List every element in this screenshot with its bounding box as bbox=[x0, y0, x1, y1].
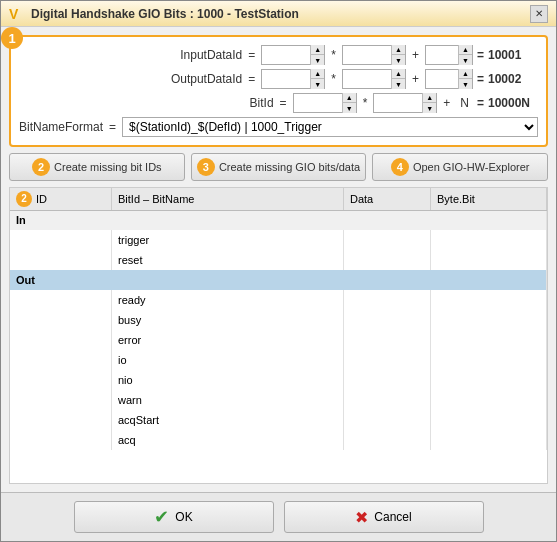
outputdataid-mult-up[interactable]: ▲ bbox=[391, 69, 405, 79]
cell-data bbox=[344, 370, 431, 390]
table-row[interactable]: busy bbox=[10, 310, 547, 330]
cancel-button[interactable]: ✖ Cancel bbox=[284, 501, 484, 533]
table-row[interactable]: ready bbox=[10, 290, 547, 310]
cell-id bbox=[10, 330, 112, 350]
cell-data bbox=[344, 330, 431, 350]
outputdataid-mult-spinbox[interactable]: 10 ▲ ▼ bbox=[342, 69, 406, 89]
cell-id bbox=[10, 230, 112, 250]
inputdataid-mult-spinbox[interactable]: 10 ▲ ▼ bbox=[342, 45, 406, 65]
plus-op-1: + bbox=[410, 48, 421, 62]
title-bar-left: V Digital Handshake GIO Bits : 1000 - Te… bbox=[9, 6, 299, 22]
inputdataid-down[interactable]: ▼ bbox=[310, 55, 324, 65]
cell-id bbox=[10, 390, 112, 410]
table-row[interactable]: acq bbox=[10, 430, 547, 450]
table-row[interactable]: reset bbox=[10, 250, 547, 270]
col-header-id: 2 ID bbox=[10, 188, 112, 210]
bitid-mult-down[interactable]: ▼ bbox=[422, 103, 436, 113]
outputdataid-mult-down[interactable]: ▼ bbox=[391, 79, 405, 89]
config-box: 1 InputDataId = 1000 ▲ ▼ * 10 ▲ ▼ bbox=[9, 35, 548, 147]
outputdataid-mult-input[interactable]: 10 bbox=[343, 70, 391, 88]
inputdataid-label: InputDataId bbox=[180, 48, 242, 62]
cell-id bbox=[10, 350, 112, 370]
data-table: 2 ID BitId – BitName Data Byte.Bit Intri… bbox=[10, 188, 547, 450]
mult-op-3: * bbox=[361, 96, 370, 110]
inputdataid-add-spinbox[interactable]: 1 ▲ ▼ bbox=[425, 45, 473, 65]
plus-op-2: + bbox=[410, 72, 421, 86]
cell-bytebit bbox=[431, 230, 547, 250]
bitid-spinbox[interactable]: 1000 ▲ ▼ bbox=[293, 93, 357, 113]
app-icon: V bbox=[9, 6, 25, 22]
col-header-bytebit: Byte.Bit bbox=[431, 188, 547, 210]
cell-data bbox=[344, 250, 431, 270]
cell-bytebit bbox=[431, 330, 547, 350]
eq-3: = bbox=[477, 96, 484, 110]
id-col-circle: 2 bbox=[16, 191, 32, 207]
create-missing-bit-ids-button[interactable]: 2 Create missing bit IDs bbox=[9, 153, 185, 181]
bitid-row: BitId = 1000 ▲ ▼ * 100 ▲ ▼ + bbox=[19, 93, 538, 113]
cell-id bbox=[10, 310, 112, 330]
create-gio-bits-label: Create missing GIO bits/data bbox=[219, 161, 360, 173]
inputdataid-mult-input[interactable]: 10 bbox=[343, 46, 391, 64]
table-row[interactable]: error bbox=[10, 330, 547, 350]
inputdataid-spinbox[interactable]: 1000 ▲ ▼ bbox=[261, 45, 325, 65]
config-circle-num: 1 bbox=[1, 27, 23, 49]
bitid-down[interactable]: ▼ bbox=[342, 103, 356, 113]
bitid-input[interactable]: 1000 bbox=[294, 94, 342, 112]
table-row[interactable]: nio bbox=[10, 370, 547, 390]
create-bit-ids-label: Create missing bit IDs bbox=[54, 161, 162, 173]
mult-op-2: * bbox=[329, 72, 338, 86]
bitid-mult-spinbox[interactable]: 100 ▲ ▼ bbox=[373, 93, 437, 113]
create-missing-gio-bits-button[interactable]: 3 Create missing GIO bits/data bbox=[191, 153, 367, 181]
x-icon: ✖ bbox=[355, 508, 368, 527]
cell-bytebit bbox=[431, 390, 547, 410]
outputdataid-add-input[interactable]: 2 bbox=[426, 70, 458, 88]
btn2-circle: 3 bbox=[197, 158, 215, 176]
open-gio-label: Open GIO-HW-Explorer bbox=[413, 161, 530, 173]
bitid-mult-input[interactable]: 100 bbox=[374, 94, 422, 112]
inputdataid-input[interactable]: 1000 bbox=[262, 46, 310, 64]
table-row[interactable]: Out bbox=[10, 270, 547, 290]
btn1-circle: 2 bbox=[32, 158, 50, 176]
col-header-data: Data bbox=[344, 188, 431, 210]
outputdataid-result: 10002 bbox=[488, 72, 538, 86]
open-gio-hw-explorer-button[interactable]: 4 Open GIO-HW-Explorer bbox=[372, 153, 548, 181]
btn3-circle: 4 bbox=[391, 158, 409, 176]
cell-name: reset bbox=[112, 250, 344, 270]
outputdataid-spinbox[interactable]: 1000 ▲ ▼ bbox=[261, 69, 325, 89]
ok-button[interactable]: ✔ OK bbox=[74, 501, 274, 533]
table-row[interactable]: warn bbox=[10, 390, 547, 410]
inputdataid-add-input[interactable]: 1 bbox=[426, 46, 458, 64]
cell-bytebit bbox=[431, 350, 547, 370]
inputdataid-add-down[interactable]: ▼ bbox=[458, 55, 472, 65]
outputdataid-add-spinbox[interactable]: 2 ▲ ▼ bbox=[425, 69, 473, 89]
inputdataid-up[interactable]: ▲ bbox=[310, 45, 324, 55]
inputdataid-row: InputDataId = 1000 ▲ ▼ * 10 ▲ ▼ bbox=[19, 45, 538, 65]
inputdataid-mult-up[interactable]: ▲ bbox=[391, 45, 405, 55]
table-row[interactable]: io bbox=[10, 350, 547, 370]
cell-data bbox=[344, 350, 431, 370]
outputdataid-input[interactable]: 1000 bbox=[262, 70, 310, 88]
table-row[interactable]: trigger bbox=[10, 230, 547, 250]
bitnameformat-row: BitNameFormat = $(StationId)_$(DefId) | … bbox=[19, 117, 538, 137]
footer: ✔ OK ✖ Cancel bbox=[1, 492, 556, 541]
cell-id bbox=[10, 410, 112, 430]
close-button[interactable]: ✕ bbox=[530, 5, 548, 23]
bitid-up[interactable]: ▲ bbox=[342, 93, 356, 103]
cell-id bbox=[10, 290, 112, 310]
inputdataid-add-up[interactable]: ▲ bbox=[458, 45, 472, 55]
cell-name: busy bbox=[112, 310, 344, 330]
cell-data bbox=[344, 390, 431, 410]
outputdataid-down[interactable]: ▼ bbox=[310, 79, 324, 89]
group-header-cell: In bbox=[10, 210, 547, 230]
outputdataid-up[interactable]: ▲ bbox=[310, 69, 324, 79]
inputdataid-mult-down[interactable]: ▼ bbox=[391, 55, 405, 65]
window-title: Digital Handshake GIO Bits : 1000 - Test… bbox=[31, 7, 299, 21]
bitid-mult-up[interactable]: ▲ bbox=[422, 93, 436, 103]
bitnameformat-select[interactable]: $(StationId)_$(DefId) | 1000_Trigger bbox=[122, 117, 538, 137]
table-row[interactable]: acqStart bbox=[10, 410, 547, 430]
outputdataid-add-down[interactable]: ▼ bbox=[458, 79, 472, 89]
table-row[interactable]: In bbox=[10, 210, 547, 230]
outputdataid-add-up[interactable]: ▲ bbox=[458, 69, 472, 79]
cell-id bbox=[10, 370, 112, 390]
cell-name: acq bbox=[112, 430, 344, 450]
